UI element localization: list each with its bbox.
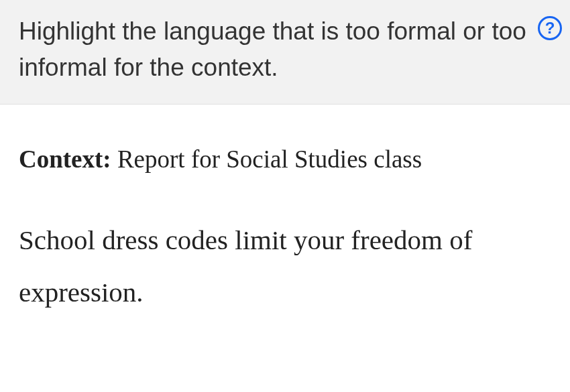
- instruction-text: Highlight the language that is too forma…: [19, 13, 538, 85]
- context-line: Context: Report for Social Studies class: [19, 142, 551, 177]
- context-value: Report for Social Studies class: [111, 145, 422, 173]
- context-label: Context:: [19, 145, 111, 173]
- question-content: Context: Report for Social Studies class…: [0, 105, 570, 319]
- help-icon[interactable]: ?: [538, 16, 562, 40]
- instruction-header: Highlight the language that is too forma…: [0, 0, 570, 105]
- highlightable-sentence[interactable]: School dress codes limit your freedom of…: [19, 214, 551, 319]
